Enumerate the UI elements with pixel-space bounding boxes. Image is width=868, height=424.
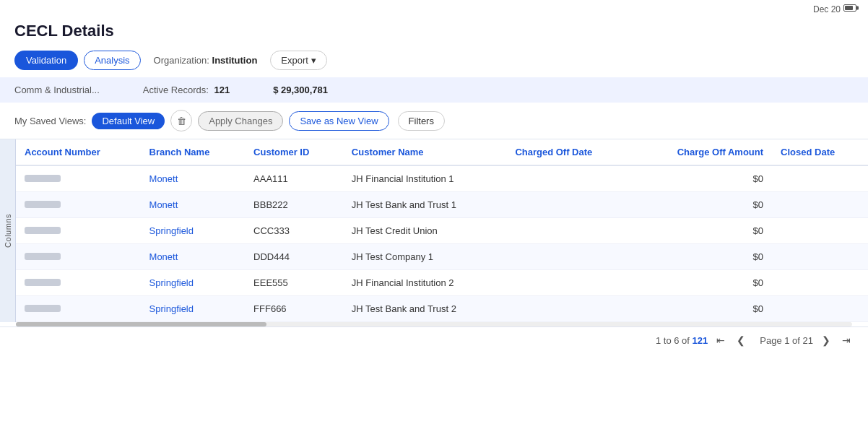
table-row: MonettBBB222JH Test Bank and Trust 1$0 <box>16 192 868 218</box>
prev-page-button[interactable]: ❮ <box>734 333 748 347</box>
cell-customer-name: JH Financial Institution 2 <box>343 270 507 296</box>
cell-customer-name: JH Test Company 1 <box>343 244 507 270</box>
battery-icon <box>843 4 856 12</box>
cell-charged-off-date <box>506 244 633 270</box>
account-number-placeholder <box>25 305 61 312</box>
cell-customer-id: AAA111 <box>245 165 343 192</box>
cell-charged-off-date <box>506 165 633 192</box>
org-label: Organization: Institution <box>154 55 258 66</box>
cell-closed-date <box>772 244 868 270</box>
table-row: SpringfieldFFF666JH Test Bank and Trust … <box>16 296 868 322</box>
top-bar: Dec 20 <box>0 0 868 14</box>
cell-charge-off-amount: $0 <box>633 270 772 296</box>
table-row: SpringfieldEEE555JH Financial Institutio… <box>16 270 868 296</box>
table-container: Columns Account Number Branch Name Custo… <box>0 139 868 322</box>
chevron-down-icon: ▾ <box>311 55 316 66</box>
pagination-info: 1 to 6 of 121 <box>656 335 708 346</box>
cell-charge-off-amount: $0 <box>633 165 772 192</box>
cell-branch-name[interactable]: Monett <box>141 244 246 270</box>
cell-branch-name[interactable]: Springfield <box>141 296 246 322</box>
cell-branch-name[interactable]: Springfield <box>141 270 246 296</box>
table-header: Account Number Branch Name Customer ID C… <box>16 139 868 165</box>
columns-tab[interactable]: Columns <box>0 139 16 322</box>
cell-charge-off-amount: $0 <box>633 218 772 244</box>
cell-charge-off-amount: $0 <box>633 192 772 218</box>
cell-charged-off-date <box>506 296 633 322</box>
tabs-row: Validation Analysis Organization: Instit… <box>0 46 868 77</box>
pagination-total: 121 <box>693 335 708 346</box>
table-row: MonettDDD444JH Test Company 1$0 <box>16 244 868 270</box>
org-value: Institution <box>212 55 258 66</box>
account-number-placeholder <box>25 227 61 234</box>
table-body: MonettAAA111JH Financial Institution 1$0… <box>16 165 868 322</box>
cell-closed-date <box>772 218 868 244</box>
col-charge-off-amount[interactable]: Charge Off Amount <box>633 139 772 165</box>
cell-charged-off-date <box>506 192 633 218</box>
trash-icon: 🗑 <box>177 116 186 126</box>
apply-changes-button[interactable]: Apply Changes <box>198 111 283 131</box>
segment-label: Comm & Industrial... <box>14 85 100 95</box>
col-closed-date[interactable]: Closed Date <box>772 139 868 165</box>
cell-account-number <box>16 218 141 244</box>
cell-closed-date <box>772 296 868 322</box>
account-number-placeholder <box>25 253 61 260</box>
amount-value: $ 29,300,781 <box>273 85 328 95</box>
default-view-badge: Default View <box>92 113 165 129</box>
cell-customer-name: JH Test Bank and Trust 2 <box>343 296 507 322</box>
cell-account-number <box>16 165 141 192</box>
cell-account-number <box>16 192 141 218</box>
col-charged-off-date[interactable]: Charged Off Date <box>506 139 633 165</box>
tab-analysis[interactable]: Analysis <box>84 51 140 70</box>
cell-branch-name[interactable]: Monett <box>141 192 246 218</box>
filters-button[interactable]: Filters <box>398 111 445 131</box>
active-records: Active Records: 121 <box>143 85 230 95</box>
table-row: SpringfieldCCC333JH Test Credit Union$0 <box>16 218 868 244</box>
cell-account-number <box>16 270 141 296</box>
scrollbar-thumb[interactable] <box>16 322 266 326</box>
col-account-number[interactable]: Account Number <box>16 139 141 165</box>
cell-branch-name[interactable]: Monett <box>141 165 246 192</box>
cell-closed-date <box>772 270 868 296</box>
cell-customer-id: CCC333 <box>245 218 343 244</box>
columns-tab-label: Columns <box>4 214 12 248</box>
cell-closed-date <box>772 192 868 218</box>
account-number-placeholder <box>25 201 61 208</box>
first-page-button[interactable]: ⇤ <box>713 333 728 347</box>
save-new-view-button[interactable]: Save as New View <box>289 111 389 131</box>
cell-charge-off-amount: $0 <box>633 296 772 322</box>
cell-customer-name: JH Financial Institution 1 <box>343 165 507 192</box>
page-title: CECL Details <box>14 22 854 40</box>
cell-customer-id: FFF666 <box>245 296 343 322</box>
active-records-value: 121 <box>214 85 230 95</box>
last-page-button[interactable]: ⇥ <box>839 333 854 347</box>
delete-view-button[interactable]: 🗑 <box>170 110 192 131</box>
page-header: CECL Details <box>0 14 868 46</box>
pagination-row: 1 to 6 of 121 ⇤ ❮ Page 1 of 21 ❯ ⇥ <box>0 326 868 353</box>
cell-customer-id: BBB222 <box>245 192 343 218</box>
table-row: MonettAAA111JH Financial Institution 1$0 <box>16 165 868 192</box>
page-info: Page 1 of 21 <box>760 335 813 346</box>
cell-customer-id: EEE555 <box>245 270 343 296</box>
cell-account-number <box>16 244 141 270</box>
export-button[interactable]: Export ▾ <box>270 51 327 70</box>
cell-customer-id: DDD444 <box>245 244 343 270</box>
col-customer-id[interactable]: Customer ID <box>245 139 343 165</box>
horizontal-scrollbar[interactable] <box>16 322 852 326</box>
tab-validation[interactable]: Validation <box>14 51 78 70</box>
col-customer-name[interactable]: Customer Name <box>343 139 507 165</box>
cell-branch-name[interactable]: Springfield <box>141 218 246 244</box>
data-table: Account Number Branch Name Customer ID C… <box>16 139 868 322</box>
date-label: Dec 20 <box>813 4 841 14</box>
cell-charge-off-amount: $0 <box>633 244 772 270</box>
toolbar-row: My Saved Views: Default View 🗑 Apply Cha… <box>0 103 868 139</box>
next-page-button[interactable]: ❯ <box>819 333 833 347</box>
saved-views-label: My Saved Views: <box>14 116 86 126</box>
account-number-placeholder <box>25 175 61 182</box>
summary-bar: Comm & Industrial... Active Records: 121… <box>0 77 868 103</box>
cell-account-number <box>16 296 141 322</box>
col-branch-name[interactable]: Branch Name <box>141 139 246 165</box>
cell-closed-date <box>772 165 868 192</box>
cell-charged-off-date <box>506 218 633 244</box>
cell-customer-name: JH Test Credit Union <box>343 218 507 244</box>
account-number-placeholder <box>25 279 61 286</box>
